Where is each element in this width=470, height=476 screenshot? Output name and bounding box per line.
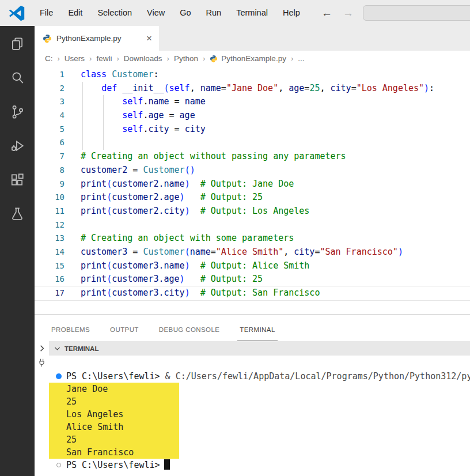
code-line-17[interactable]: 17print(customer3.city) # Output: San Fr… (35, 286, 470, 300)
indent-guide (103, 109, 104, 123)
code-line-16[interactable]: 16print(customer3.age) # Output: 25 (35, 273, 470, 286)
panel-tab-output[interactable]: OUTPUT (108, 326, 141, 341)
code-line-5[interactable]: 5 self.city = city (35, 123, 470, 137)
source-control-icon[interactable] (9, 103, 26, 120)
code-line-3[interactable]: 3 self.name = name (35, 95, 470, 109)
menu-help[interactable]: Help (275, 0, 308, 26)
breadcrumb-item[interactable]: C: (45, 54, 53, 63)
code-line-4[interactable]: 4 self.age = age (35, 109, 470, 123)
breadcrumb-separator: › (167, 54, 169, 63)
testing-icon[interactable] (9, 205, 26, 222)
terminal-section-header[interactable]: TERMINAL (49, 341, 470, 356)
panel-tab-terminal[interactable]: TERMINAL (237, 326, 277, 341)
activity-bar (0, 26, 35, 476)
menu-bar: FileEditSelectionViewGoRunTerminalHelp (32, 0, 308, 26)
breadcrumb-file[interactable]: PythonExample.py (210, 54, 286, 63)
terminal-command-line: PS C:\Users\fewli> & C:/Users/fewli/AppD… (49, 370, 470, 383)
code-text: self.city = city (81, 123, 470, 137)
breadcrumb-separator: › (89, 54, 92, 63)
code-text: # Creating an object with some parameter… (81, 232, 470, 245)
bottom-panel: PROBLEMSOUTPUTDEBUG CONSOLETERMINAL (35, 314, 470, 476)
command-search-input[interactable] (363, 5, 470, 21)
indent-guide (82, 82, 83, 96)
tab-pythonexample[interactable]: PythonExample.py × (35, 26, 159, 51)
code-editor[interactable]: 1class Customer:2 def __init__(self, nam… (35, 66, 470, 314)
terminal-content[interactable]: PS C:\Users\fewli> & C:/Users/fewli/AppD… (49, 356, 470, 476)
code-line-14[interactable]: 14customer3 = Customer(name="Alice Smith… (35, 245, 470, 259)
menu-view[interactable]: View (139, 0, 172, 26)
code-line-2[interactable]: 2 def __init__(self, name="Jane Doe", ag… (35, 82, 470, 96)
breadcrumb-item[interactable]: fewli (96, 54, 112, 63)
menu-go[interactable]: Go (172, 0, 198, 26)
code-line-8[interactable]: 8customer2 = Customer() (35, 164, 470, 177)
code-text: print(customer3.name) # Output: Alice Sm… (81, 259, 470, 273)
code-text: print(customer3.city) # Output: San Fran… (81, 286, 470, 300)
run-debug-icon[interactable] (9, 137, 26, 154)
code-line-9[interactable]: 9print(customer2.name) # Output: Jane Do… (35, 177, 470, 191)
terminal-section-title: TERMINAL (65, 345, 98, 352)
line-number: 3 (35, 95, 65, 109)
panel-tab-bar: PROBLEMSOUTPUTDEBUG CONSOLETERMINAL (35, 315, 470, 341)
python-file-icon (43, 34, 52, 43)
command-success-dot-icon (56, 373, 62, 379)
back-arrow-icon[interactable]: ← (321, 7, 332, 20)
code-text: print(customer2.city) # Output: Los Ange… (81, 205, 470, 218)
panel-tab-problems[interactable]: PROBLEMS (49, 326, 92, 341)
code-line-15[interactable]: 15print(customer3.name) # Output: Alice … (35, 259, 470, 273)
menu-file[interactable]: File (32, 0, 60, 26)
code-text (81, 218, 470, 232)
breadcrumb-separator: › (203, 54, 205, 63)
indent-guide (82, 136, 83, 150)
line-number: 7 (35, 150, 65, 164)
menu-selection[interactable]: Selection (90, 0, 139, 26)
indent-guide (82, 109, 83, 123)
code-line-1[interactable]: 1class Customer: (35, 68, 470, 82)
search-icon[interactable] (9, 69, 26, 86)
indent-guide (82, 123, 83, 137)
forward-arrow-icon[interactable]: → (343, 7, 354, 20)
code-text: self.name = name (81, 95, 470, 109)
code-line-10[interactable]: 10print(customer2.age) # Output: 25 (35, 191, 470, 205)
extensions-icon[interactable] (9, 171, 26, 188)
menu-edit[interactable]: Edit (60, 0, 90, 26)
code-text: print(customer3.age) # Output: 25 (81, 273, 470, 286)
line-number: 1 (35, 68, 65, 82)
breadcrumb-item[interactable]: Users (65, 54, 85, 63)
tab-label: PythonExample.py (56, 34, 122, 43)
indent-guide (103, 123, 104, 137)
close-icon[interactable]: × (146, 33, 152, 43)
line-number: 13 (35, 232, 65, 245)
code-line-11[interactable]: 11print(customer2.city) # Output: Los An… (35, 205, 470, 218)
code-line-7[interactable]: 7# Creating an object without passing an… (35, 150, 470, 164)
code-line-13[interactable]: 13# Creating an object with some paramet… (35, 232, 470, 245)
code-text: print(customer2.name) # Output: Jane Doe (81, 177, 470, 191)
code-text: class Customer: (81, 68, 470, 82)
terminal-prompt-line[interactable]: PS C:\Users\fewli> (49, 459, 470, 471)
breadcrumb-item[interactable]: Downloads (124, 54, 162, 63)
menu-run[interactable]: Run (199, 0, 229, 26)
line-number: 6 (35, 136, 65, 150)
breadcrumb-item[interactable]: Python (174, 54, 198, 63)
code-text (81, 136, 470, 150)
breadcrumb-more[interactable]: ... (298, 54, 304, 63)
code-text: print(customer2.age) # Output: 25 (81, 191, 470, 205)
code-line-6[interactable]: 6 (35, 136, 470, 150)
code-line-12[interactable]: 12 (35, 218, 470, 232)
line-number: 10 (35, 191, 65, 205)
breadcrumb: C:›Users›fewli›Downloads›Python›PythonEx… (35, 51, 470, 66)
indent-guide (103, 136, 104, 150)
tab-strip: PythonExample.py × (35, 26, 470, 51)
output-highlight-annotation: Jane Doe25Los AngelesAlice Smith25San Fr… (49, 383, 179, 459)
panel-tab-debug-console[interactable]: DEBUG CONSOLE (157, 326, 222, 341)
panel-rail (35, 341, 49, 476)
terminal-output-line: 25 (49, 433, 179, 446)
explorer-icon[interactable] (9, 35, 26, 52)
menu-terminal[interactable]: Terminal (229, 0, 275, 26)
command-pending-circle-icon (56, 463, 61, 467)
code-text: # Creating an object without passing any… (81, 150, 470, 164)
indent-guide (103, 95, 104, 109)
vscode-logo-icon (8, 5, 25, 22)
chevron-right-icon[interactable] (37, 344, 46, 353)
breadcrumb-separator: › (58, 54, 60, 63)
python-file-icon (210, 55, 218, 63)
